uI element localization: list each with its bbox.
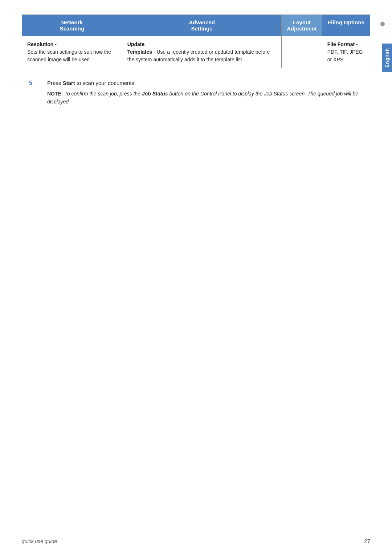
step-5-row: 5 Press Start to scan your documents. NO… — [29, 80, 370, 106]
page-container: English Network Scanning Advanced Settin… — [0, 0, 392, 555]
note-label: NOTE: — [47, 91, 63, 97]
note-block: NOTE: To confirm the scan job, press the… — [47, 90, 370, 106]
scan-table: Network Scanning Advanced Settings Layou… — [22, 15, 370, 68]
col-header-network: Network Scanning — [22, 15, 122, 36]
step-number-5: 5 — [29, 80, 47, 86]
col-header-advanced: Advanced Settings — [122, 15, 281, 36]
cell-layout — [282, 36, 322, 68]
step-5-text: Press Start to scan your documents. — [47, 80, 370, 86]
footer-title: quick use guide — [22, 538, 57, 544]
file-format-title: File Format — [327, 41, 355, 47]
update-title: Update — [127, 41, 144, 47]
side-tab-english: English — [382, 44, 392, 72]
cell-filing: File Format - PDF, TIF, JPEG or XPS — [322, 36, 370, 68]
scroll-indicator — [380, 22, 385, 26]
start-bold: Start — [63, 80, 75, 86]
cell-advanced: Update Templates - Use a recently create… — [122, 36, 281, 68]
col-header-layout: Layout Adjustment — [282, 15, 322, 36]
templates-label: Templates — [127, 49, 152, 55]
col-header-filing: Filing Options — [322, 15, 370, 36]
note-italic-before: To confirm the scan job, press the — [63, 91, 142, 97]
resolution-title: Resolution — [27, 41, 53, 47]
footer-page-number: 27 — [364, 538, 370, 544]
footer: quick use guide 27 — [22, 538, 370, 544]
step-5-content: Press Start to scan your documents. NOTE… — [47, 80, 370, 106]
cell-network: Resolution - Sets the scan settings to s… — [22, 36, 122, 68]
note-bold-italic: Job Status — [142, 91, 168, 97]
